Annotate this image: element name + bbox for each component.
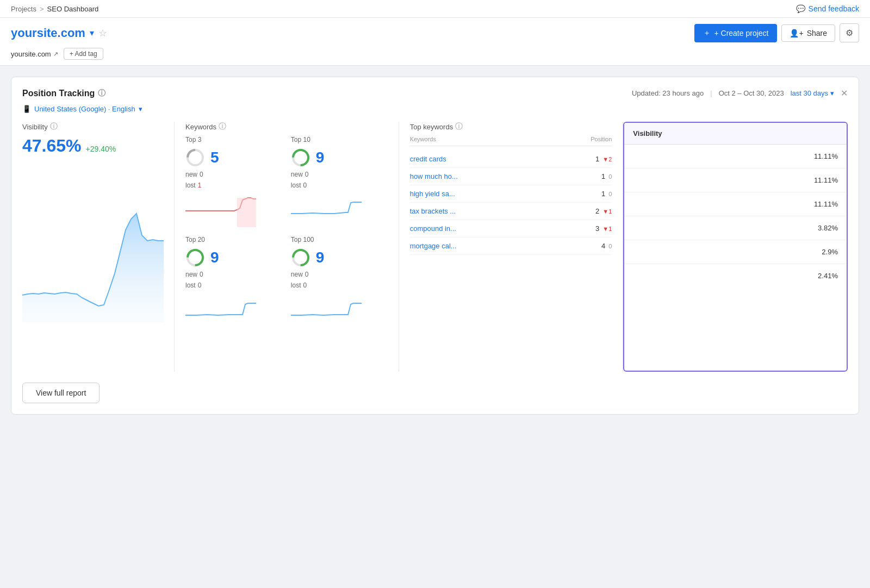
- add-tag-button[interactable]: + Add tag: [64, 48, 103, 60]
- feedback-icon: 💬: [796, 4, 805, 13]
- top100-count: 9: [316, 249, 325, 266]
- keywords-top3: Top 3 5 new 0 l: [185, 136, 282, 227]
- vis-row-4: 2.9%: [624, 240, 847, 264]
- keyword-0[interactable]: credit cards: [410, 155, 446, 163]
- visibility-change: +29.40%: [86, 145, 116, 153]
- top10-count: 9: [316, 149, 325, 166]
- top20-lost: lost 0: [185, 282, 282, 289]
- top-kw-row-1: how much ho... 1 0: [410, 168, 612, 185]
- top100-lost-count: 0: [303, 282, 307, 289]
- position-tracking-widget: Position Tracking ⓘ Updated: 23 hours ag…: [11, 77, 859, 415]
- vis-row-0: 11.11%: [624, 145, 847, 168]
- keyword-4[interactable]: compound in...: [410, 224, 456, 233]
- col-keyword: Keywords: [410, 136, 436, 142]
- vis-row-1: 11.11%: [624, 168, 847, 192]
- change-icon-0: ▼2: [602, 156, 612, 162]
- visibility-table-section: Visibility 11.11% 11.11% 11.11% 3.82% 2.…: [623, 122, 848, 372]
- position-5: 4 0: [585, 242, 612, 250]
- top20-circle-chart: [185, 248, 205, 267]
- favorite-star-icon[interactable]: ☆: [98, 27, 107, 39]
- top-kw-row-0: credit cards 1 ▼2: [410, 151, 612, 168]
- visibility-section: Visibility ⓘ 47.65% +29.40%: [22, 122, 175, 372]
- position-0: 1 ▼2: [585, 155, 612, 163]
- top10-new: new 0: [291, 171, 388, 178]
- top100-mini-chart: [291, 295, 388, 327]
- widget-updated: Updated: 23 hours ago: [632, 89, 704, 97]
- vis-row-3: 3.82%: [624, 216, 847, 240]
- send-feedback-link[interactable]: 💬 Send feedback: [796, 4, 859, 13]
- widget-close-button[interactable]: ✕: [841, 88, 848, 98]
- site-name-row: yoursite.com ▾ ☆: [11, 26, 107, 40]
- widget-info-icon[interactable]: ⓘ: [98, 89, 105, 98]
- visibility-label-text: Visibility: [22, 123, 48, 131]
- breadcrumb-projects[interactable]: Projects: [11, 5, 36, 13]
- top20-count: 9: [210, 249, 219, 266]
- settings-button[interactable]: ⚙: [840, 23, 859, 42]
- breadcrumb-separator: >: [40, 5, 44, 13]
- site-name[interactable]: yoursite.com: [11, 26, 85, 40]
- create-project-button[interactable]: ＋ + Create project: [694, 24, 777, 42]
- top100-new: new 0: [291, 271, 388, 278]
- top-kw-row-3: tax brackets ... 2 ▼1: [410, 203, 612, 220]
- share-button[interactable]: 👤+ Share: [781, 24, 835, 42]
- external-link-icon[interactable]: ↗: [53, 51, 58, 58]
- visibility-value-row: 47.65% +29.40%: [22, 136, 163, 156]
- top-keywords-info-icon[interactable]: ⓘ: [455, 122, 463, 132]
- gear-icon: ⚙: [846, 28, 853, 37]
- widget-title: Position Tracking ⓘ: [22, 89, 105, 98]
- widget-meta: Updated: 23 hours ago | Oct 2 – Oct 30, …: [632, 88, 848, 98]
- top-keywords-section: Top keywords ⓘ Keywords Position credit …: [399, 122, 624, 372]
- change-icon-2: 0: [608, 191, 612, 197]
- change-icon-3: ▼1: [602, 208, 612, 215]
- top3-new: new 0: [185, 171, 282, 178]
- site-url-text: yoursite.com: [11, 50, 51, 58]
- location-label: United States (Google) · English: [34, 105, 135, 113]
- top100-circle-chart: [291, 248, 310, 267]
- position-4: 3 ▼1: [585, 224, 612, 233]
- site-name-chevron-icon[interactable]: ▾: [90, 28, 94, 38]
- top100-label: Top 100: [291, 236, 388, 243]
- widget-title-text: Position Tracking: [22, 89, 95, 98]
- view-full-report-button[interactable]: View full report: [22, 383, 100, 403]
- keywords-top20: Top 20 9 new 0: [185, 236, 282, 327]
- keywords-top10: Top 10 9 new 0: [291, 136, 388, 227]
- top20-count-row: 9: [185, 248, 282, 267]
- top-keywords-label: Top keywords ⓘ: [410, 122, 612, 132]
- visibility-label: Visibility ⓘ: [22, 122, 163, 132]
- top10-new-count: 0: [305, 171, 309, 178]
- top10-lost: lost 0: [291, 182, 388, 189]
- keyword-1[interactable]: how much ho...: [410, 172, 458, 180]
- keyword-3[interactable]: tax brackets ...: [410, 207, 456, 215]
- top-nav: Projects > SEO Dashboard 💬 Send feedback: [0, 0, 870, 18]
- keyword-2[interactable]: high yield sa...: [410, 190, 455, 198]
- main-content: Position Tracking ⓘ Updated: 23 hours ag…: [0, 66, 870, 426]
- top20-label: Top 20: [185, 236, 282, 243]
- plus-icon: ＋: [703, 28, 711, 38]
- metrics-grid: Visibility ⓘ 47.65% +29.40%: [22, 122, 848, 372]
- location-row[interactable]: 📱 United States (Google) · English ▾: [22, 105, 848, 113]
- visibility-info-icon[interactable]: ⓘ: [50, 122, 58, 132]
- view-full-report-row: View full report: [22, 383, 848, 403]
- vis-table-header: Visibility: [624, 123, 847, 145]
- keywords-label-text: Keywords: [185, 123, 216, 131]
- send-feedback-label: Send feedback: [809, 4, 859, 13]
- top10-label: Top 10: [291, 136, 388, 143]
- keyword-5[interactable]: mortgage cal...: [410, 242, 457, 250]
- period-label: last 30 days: [791, 89, 828, 97]
- keywords-info-icon[interactable]: ⓘ: [219, 122, 226, 132]
- vis-table-header-text: Visibility: [633, 129, 662, 137]
- add-tag-label: + Add tag: [70, 50, 97, 58]
- top3-count: 5: [210, 149, 219, 166]
- widget-header: Position Tracking ⓘ Updated: 23 hours ag…: [22, 88, 848, 98]
- device-icon: 📱: [22, 105, 31, 113]
- keywords-section: Keywords ⓘ Top 3 5: [175, 122, 399, 372]
- site-url: yoursite.com ↗: [11, 50, 58, 58]
- location-chevron-icon: ▾: [139, 105, 142, 113]
- top3-lost: lost 1: [185, 182, 282, 189]
- top100-lost: lost 0: [291, 282, 388, 289]
- top20-lost-count: 0: [198, 282, 202, 289]
- top100-new-count: 0: [305, 271, 309, 278]
- top10-circle-chart: [291, 148, 310, 167]
- change-icon-5: 0: [608, 243, 612, 249]
- date-range-button[interactable]: last 30 days ▾: [791, 89, 834, 97]
